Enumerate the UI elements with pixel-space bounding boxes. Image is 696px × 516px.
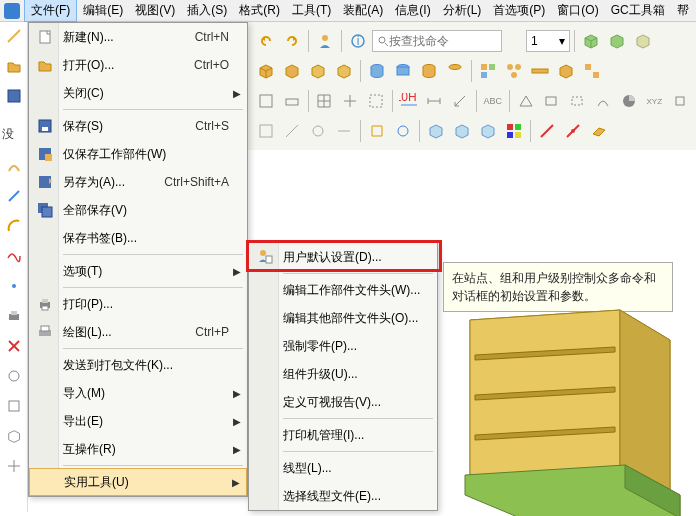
file-save-as[interactable]: 另存为(A)...Ctrl+Shift+A: [29, 168, 247, 196]
menu-tools[interactable]: 工具(T): [286, 0, 337, 21]
pie-icon[interactable]: [617, 89, 641, 113]
file-save[interactable]: 保存(S)Ctrl+S: [29, 112, 247, 140]
left-misc2-icon[interactable]: [4, 396, 24, 416]
left-line-icon[interactable]: [4, 186, 24, 206]
cube3-icon[interactable]: [631, 29, 655, 53]
file-close[interactable]: 关闭(C)▶: [29, 79, 247, 107]
box-b2-icon[interactable]: [450, 119, 474, 143]
left-save-icon[interactable]: [4, 86, 24, 106]
parts4-icon[interactable]: [554, 59, 578, 83]
number-field[interactable]: 1▾: [526, 30, 570, 52]
file-export[interactable]: 导出(E)▶: [29, 407, 247, 435]
left-pt-icon[interactable]: [4, 276, 24, 296]
file-plot[interactable]: 绘图(L)...Ctrl+P: [29, 318, 247, 346]
sub-printer-mgmt[interactable]: 打印机管理(I)...: [249, 421, 437, 449]
file-new[interactable]: 新建(N)...Ctrl+N: [29, 23, 247, 51]
menu-assembly[interactable]: 装配(A): [337, 0, 389, 21]
info-icon[interactable]: i: [346, 29, 370, 53]
g3-icon[interactable]: [306, 119, 330, 143]
sub-linetype[interactable]: 线型(L)...: [249, 454, 437, 482]
sub-select-linetype-file[interactable]: 选择线型文件(E)...: [249, 482, 437, 510]
left-sketch-icon[interactable]: [4, 26, 24, 46]
box-gold3-icon[interactable]: [306, 59, 330, 83]
g6-icon[interactable]: [391, 119, 415, 143]
menu-edit[interactable]: 编辑(E): [77, 0, 129, 21]
grid4-icon[interactable]: [338, 89, 362, 113]
box-gold4-icon[interactable]: [332, 59, 356, 83]
line-r2-icon[interactable]: [561, 119, 585, 143]
curve-icon[interactable]: [591, 89, 615, 113]
g2-icon[interactable]: [280, 119, 304, 143]
left-print-icon[interactable]: [4, 306, 24, 326]
g4-icon[interactable]: [332, 119, 356, 143]
box-gold2-icon[interactable]: [280, 59, 304, 83]
menu-file[interactable]: 文件(F): [24, 0, 77, 22]
cyl-blue-icon[interactable]: [365, 59, 389, 83]
file-options[interactable]: 选项(T)▶: [29, 257, 247, 285]
menu-info[interactable]: 信息(I): [389, 0, 436, 21]
menu-help[interactable]: 帮: [671, 0, 695, 21]
menu-gctoolbox[interactable]: GC工具箱: [605, 0, 671, 21]
line-r1-icon[interactable]: [535, 119, 559, 143]
dim-icon[interactable]: 10H7: [397, 89, 421, 113]
grid3-icon[interactable]: [312, 89, 336, 113]
file-utilities[interactable]: 实用工具(U)▶: [29, 468, 247, 496]
box-b1-icon[interactable]: [424, 119, 448, 143]
cube2-icon[interactable]: [605, 29, 629, 53]
grid5-icon[interactable]: [364, 89, 388, 113]
sub-force-part[interactable]: 强制零件(P)...: [249, 332, 437, 360]
sub-vis-report[interactable]: 定义可视报告(V)...: [249, 388, 437, 416]
sub-edit-other-header[interactable]: 编辑其他部件文件头(O)...: [249, 304, 437, 332]
file-save-bookmark[interactable]: 保存书签(B)...: [29, 224, 247, 252]
sub-upgrade-comp[interactable]: 组件升级(U)...: [249, 360, 437, 388]
left-curve-icon[interactable]: [4, 156, 24, 176]
file-save-all[interactable]: 全部保存(V): [29, 196, 247, 224]
person-icon[interactable]: [313, 29, 337, 53]
cube1-icon[interactable]: [579, 29, 603, 53]
left-misc4-icon[interactable]: [4, 456, 24, 476]
left-misc1-icon[interactable]: [4, 366, 24, 386]
file-send-pack[interactable]: 发送到打包文件(K)...: [29, 351, 247, 379]
left-open-icon[interactable]: [4, 56, 24, 76]
file-save-work[interactable]: 仅保存工作部件(W): [29, 140, 247, 168]
plane-icon[interactable]: [587, 119, 611, 143]
parts5-icon[interactable]: [580, 59, 604, 83]
cyl-gold2-icon[interactable]: [443, 59, 467, 83]
sq-icon[interactable]: [668, 89, 692, 113]
dim3-icon[interactable]: [448, 89, 472, 113]
abc-icon[interactable]: ABC: [481, 89, 505, 113]
file-import[interactable]: 导入(M)▶: [29, 379, 247, 407]
left-misc3-icon[interactable]: [4, 426, 24, 446]
cyl-gold-icon[interactable]: [417, 59, 441, 83]
xyz-icon[interactable]: XYZ: [642, 89, 666, 113]
grid2-icon[interactable]: [280, 89, 304, 113]
left-arc-icon[interactable]: [4, 216, 24, 236]
left-x-icon[interactable]: [4, 336, 24, 356]
g1-icon[interactable]: [254, 119, 278, 143]
undo-button[interactable]: [254, 29, 278, 53]
left-spl-icon[interactable]: [4, 246, 24, 266]
model-viewport[interactable]: [440, 300, 696, 516]
menu-view[interactable]: 视图(V): [129, 0, 181, 21]
g5-icon[interactable]: [365, 119, 389, 143]
grid1-icon[interactable]: [254, 89, 278, 113]
menu-prefs[interactable]: 首选项(P): [487, 0, 551, 21]
file-interop[interactable]: 互操作(R)▶: [29, 435, 247, 463]
menu-format[interactable]: 格式(R): [233, 0, 286, 21]
color-icon[interactable]: [502, 119, 526, 143]
file-open[interactable]: 打开(O)...Ctrl+O: [29, 51, 247, 79]
rect-icon[interactable]: [539, 89, 563, 113]
menu-insert[interactable]: 插入(S): [181, 0, 233, 21]
box-b3-icon[interactable]: [476, 119, 500, 143]
redo-button[interactable]: [280, 29, 304, 53]
menu-analyze[interactable]: 分析(L): [437, 0, 488, 21]
sub-edit-work-header[interactable]: 编辑工作部件文件头(W)...: [249, 276, 437, 304]
search-input[interactable]: [389, 34, 489, 48]
sub-user-defaults[interactable]: 用户默认设置(D)...: [249, 243, 437, 271]
parts2-icon[interactable]: [502, 59, 526, 83]
command-search[interactable]: [372, 30, 502, 52]
cyl-blue2-icon[interactable]: [391, 59, 415, 83]
parts3-icon[interactable]: [528, 59, 552, 83]
file-print[interactable]: 打印(P)...: [29, 290, 247, 318]
tri-icon[interactable]: [514, 89, 538, 113]
